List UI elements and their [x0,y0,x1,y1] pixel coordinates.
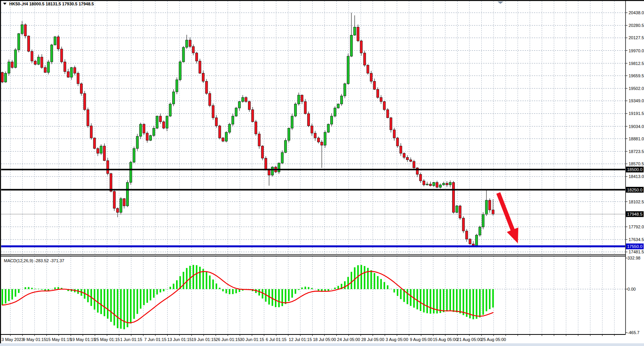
macd-histogram-bar [416,289,418,309]
candle-body [406,157,409,160]
time-axis[interactable]: 3 May 20239 May 01:1515 May 01:1519 May … [2,334,614,342]
macd-axis-label: 0.00 [627,287,636,291]
candle-body [288,128,290,141]
candle-body [60,49,63,62]
candle-body [363,53,366,65]
time-axis-label: 7 Jun 01:15 [144,337,166,342]
horizontal-level-lines[interactable] [1,170,625,246]
candle-body [163,122,165,128]
price-badge-label: 18500.0 [627,167,642,172]
macd-histogram-bar [150,289,151,300]
candle-body [156,116,158,128]
candle-body [130,162,132,183]
price-axis-label: 19034.0 [629,124,644,129]
candle-body [241,98,244,102]
candle-body [449,183,451,185]
chart-window: 20438.020280.520127.519970.019812.519659… [0,0,644,346]
macd-histogram-bar [229,289,230,294]
macd-histogram-bar [489,289,491,309]
candle-body [298,95,300,104]
candle-body [439,185,441,187]
candle-body [120,199,122,213]
candle-body [126,183,129,206]
macd-histogram-bar [12,289,13,299]
down-arrow-annotation[interactable] [496,192,518,243]
macd-histogram-bar [219,288,220,289]
symbol-dropdown-icon[interactable] [3,3,7,5]
chart-shift-triangle-icon[interactable] [498,2,503,4]
macd-histogram-bar [443,289,444,312]
macd-histogram-bar [367,268,369,289]
candle-body [169,104,171,116]
macd-histogram-bar [123,289,125,329]
candle-body [116,208,119,213]
candlestick-chart-canvas[interactable]: 20438.020280.520127.519970.019812.519659… [0,0,644,346]
macd-histogram-bar [133,289,135,319]
candle-body [377,90,379,98]
macd-histogram-bar [100,289,102,314]
macd-signal-line [2,271,493,323]
candle-body [205,81,208,93]
candle-body [433,183,435,186]
macd-histogram-bar [235,289,237,293]
macd-histogram-bar [338,286,339,289]
candle-body [373,81,376,89]
candles-layer[interactable] [1,13,494,247]
macd-histogram-bar [163,289,165,291]
candle-body [344,84,346,96]
price-axis-label: 20127.5 [629,35,644,40]
macd-histogram-bar [166,289,168,289]
time-axis-label: 12 Jul 01:15 [289,337,312,342]
time-axis-label: 3 Aug 05:00 [386,337,408,342]
price-axis-label: 19659.5 [629,73,644,78]
macd-histogram-bar [170,287,171,289]
macd-histogram-bar [35,289,36,289]
candle-body [8,62,10,73]
macd-histogram-bar [209,276,211,289]
candle-body [235,108,237,116]
macd-histogram-bar [5,289,7,303]
candle-body [21,25,23,33]
candle-body [31,52,33,61]
candle-body [304,101,306,114]
candle-body [87,110,89,126]
candle-body [70,68,73,77]
candle-body [140,124,142,136]
candle-body [67,72,69,77]
macd-histogram-bar [160,289,161,293]
candle-body [476,235,478,245]
candle-body [143,124,145,133]
macd-histogram-bar [397,289,398,296]
candle-body [393,130,395,138]
candle-body [354,27,356,35]
price-axis-label: 19812.5 [629,61,644,66]
candle-body [113,191,115,208]
macd-histogram-bar [186,268,188,289]
macd-histogram-bar [278,289,280,307]
candle-body [218,126,221,138]
candle-body [285,140,287,153]
macd-histogram-bar [400,289,401,299]
price-axis[interactable]: 20438.020280.520127.519970.019812.519659… [626,10,644,335]
macd-histogram-bar [420,289,421,311]
candle-body [383,101,386,110]
candle-body [5,73,7,82]
macd-histogram-bar [15,289,16,297]
candle-body [238,101,241,108]
candle-body [453,183,455,213]
candle-body [146,133,148,140]
candle-body [255,122,257,134]
macd-histogram-bar [173,284,174,289]
price-badge-label: 18250.0 [627,188,642,192]
macd-histogram-bar [459,289,461,313]
macd-histogram-bar [183,272,184,289]
macd-histogram-bar [271,289,273,306]
macd-histogram-bar [285,289,286,304]
macd-histogram-bar [176,280,178,289]
macd-histogram-bar [347,277,349,289]
candle-body [399,146,402,153]
macd-histogram-bar [318,289,319,291]
macd-histogram-bar [216,283,217,289]
macd-histogram-bar [117,289,118,328]
candle-body [261,146,264,158]
